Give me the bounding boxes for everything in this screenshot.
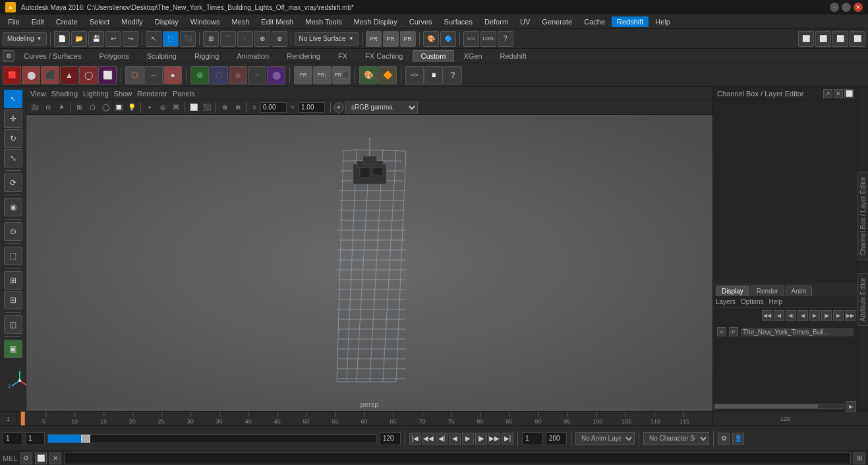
mel-grid-btn[interactable]: ⊞ [854,452,865,464]
snap-together-btn[interactable]: ⊞ [4,271,22,290]
redo-btn[interactable]: ↪ [123,31,138,47]
render-tool3[interactable]: PR⬛ [332,66,351,84]
new-file-btn[interactable]: 📄 [54,31,70,47]
go-start-btn[interactable]: |◀ [409,433,421,445]
cb-tab-anim[interactable]: Anim [786,286,813,296]
anim-layer-dropdown[interactable]: No Anim Layer [575,432,635,445]
next-frame-btn[interactable]: ▶▶ [488,433,500,445]
layer-nav-next-next[interactable]: ▶▶ [845,310,855,321]
menu-item-cache[interactable]: Cache [579,16,610,27]
rotate-tool-btn[interactable]: ↻ [4,129,22,148]
menu-item-generate[interactable]: Generate [536,16,577,27]
menu-item-file[interactable]: File [3,16,25,27]
tab-polygons[interactable]: Polygons [90,50,137,62]
panel-undock-btn[interactable]: ↗ [823,89,832,98]
menu-item-edit-mesh[interactable]: Edit Mesh [256,16,299,27]
snap-surface-btn[interactable]: ⊗ [272,31,287,47]
tex-btn2[interactable]: 🔶 [378,66,397,84]
panel-float-btn[interactable]: ⬜ [844,89,854,98]
render-btn2[interactable]: PR [383,31,399,47]
paint-btn[interactable]: ⬛ [180,31,196,47]
coord-y-field[interactable] [299,102,325,113]
tab-settings-btn[interactable]: ⚙ [3,50,14,62]
vp-texture-btn[interactable]: 🔲 [113,102,125,113]
prev-key-btn[interactable]: ◀| [436,433,448,445]
vp-show-menu[interactable]: Show [114,90,132,98]
code-tool1[interactable]: </> [405,66,424,84]
no-live-surface-dropdown[interactable]: No Live Surface ▼ [295,32,359,46]
menu-item-uv[interactable]: UV [515,16,535,27]
char-set-dropdown[interactable]: No Character Set [643,432,709,445]
maximize-button[interactable]: □ [842,3,851,12]
play-btn[interactable]: ▶ [462,433,474,445]
vp-dof-btn[interactable]: ⌘ [170,102,182,113]
mode-dropdown[interactable]: Modeling ▼ [3,32,47,46]
snap-grid-btn[interactable]: ⊞ [203,31,219,47]
tex-btn1[interactable]: 🎨 [359,66,378,84]
save-btn[interactable]: 💾 [88,31,104,47]
range-start-field[interactable] [25,432,45,445]
timeline-indicator[interactable] [81,435,90,443]
vp-lighting-menu[interactable]: Lighting [83,90,109,98]
open-file-btn[interactable]: 📂 [71,31,87,47]
layout-btn4[interactable]: ⬜ [850,31,865,47]
menu-item-mesh[interactable]: Mesh [226,16,254,27]
tab-curves---surfaces[interactable]: Curves / Surfaces [15,50,90,62]
layer-visibility-btn[interactable]: V [717,327,726,336]
menu-item-create[interactable]: Create [51,16,83,27]
layer-playback-btn[interactable]: P [729,327,738,336]
anim-settings-btn[interactable]: ⚙ [718,433,730,445]
playback-start-field[interactable] [522,432,543,445]
cam-orbit-btn[interactable]: ⊙ [42,102,54,113]
render-btn1[interactable]: PR [366,31,382,47]
lasso-btn[interactable]: ⬚ [163,31,179,47]
soft-select-btn[interactable]: ◉ [4,198,22,216]
layer-nav-fwd[interactable]: ▶ [809,310,820,321]
tab-fx[interactable]: FX [330,50,356,62]
rotate2-tool-btn[interactable]: ⟳ [4,173,22,192]
prev-frame-btn[interactable]: ◀◀ [422,433,434,445]
show-hide-btn[interactable]: ▣ [4,340,22,358]
tab-custom[interactable]: Custom [413,50,455,62]
layer-nav-prev-prev[interactable]: ◀◀ [762,310,772,321]
layout-btn2[interactable]: ⬜ [815,31,831,47]
layout-btn3[interactable]: ⬜ [832,31,848,47]
vp-view-menu[interactable]: View [30,90,46,98]
scroll-right-btn[interactable]: ▶ [846,401,856,412]
tab-fx-caching[interactable]: FX Caching [357,50,411,62]
vp-smooth-btn[interactable]: ◯ [100,102,111,113]
cb-tab-render[interactable]: Render [751,286,784,296]
render-btn3[interactable]: PR [400,31,416,47]
cb-tab-display[interactable]: Display [716,286,749,296]
snap-point-btn[interactable]: · [237,31,253,47]
menu-item-curves[interactable]: Curves [404,16,438,27]
tab-sculpting[interactable]: Sculpting [138,50,185,62]
menu-item-redshift[interactable]: Redshift [612,16,649,27]
menu-item-help[interactable]: Help [650,16,676,27]
vp-bb-btn[interactable]: ⬛ [201,102,213,113]
timeline-ruler[interactable] [17,412,712,425]
menu-item-windows[interactable]: Windows [185,16,225,27]
panel-close-btn[interactable]: ✕ [834,89,843,98]
menu-item-edit[interactable]: Edit [26,16,49,27]
next-key-btn[interactable]: |▶ [475,433,487,445]
vp-isolate-btn[interactable]: ⬜ [188,102,200,113]
help-menu[interactable]: Help [768,298,782,305]
layer-scrollbar-thumb[interactable] [715,404,818,408]
help-tool[interactable]: ? [444,66,462,84]
smooth-btn[interactable]: ● [163,66,182,84]
last-tool-btn[interactable]: ⊙ [4,222,22,241]
menu-item-select[interactable]: Select [84,16,115,27]
isolate-btn[interactable]: ◫ [4,315,22,334]
deform-btn4[interactable]: ~ [248,66,266,84]
log-tool[interactable]: 📋 [424,66,443,84]
colorspace-dropdown[interactable]: sRGB gamma [345,102,418,113]
mel-icon2[interactable]: ⬜ [35,452,47,464]
coord-x-field[interactable] [260,102,287,113]
marquee-btn[interactable]: ⬚ [4,247,22,265]
go-end-btn[interactable]: ▶| [502,433,513,445]
cam-pan-btn[interactable]: ☀ [55,102,67,113]
timeline-slider[interactable] [47,434,377,443]
layout-btn1[interactable]: ⬜ [798,31,814,47]
minimize-button[interactable]: – [830,3,839,12]
